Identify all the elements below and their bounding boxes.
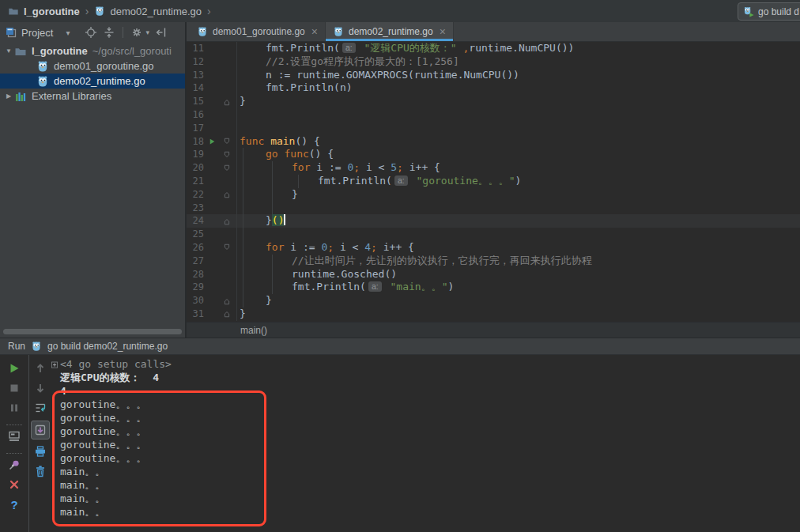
tree-item-demo01_goroutine-go[interactable]: demo01_goroutine.go [0,58,185,74]
line-number: 22 [187,188,204,202]
code-text: n := runtime.GOMAXPROCS(runtime.NumCPU()… [266,69,519,82]
pause-icon [8,402,21,414]
editor-gutter: 14 [187,81,237,95]
run-arrow-icon[interactable] [207,137,217,146]
expand-arrow-icon[interactable]: ▼ [3,47,14,55]
help-button[interactable]: ? [7,497,21,511]
print-button[interactable] [33,444,47,458]
code-line-17[interactable]: 17 [187,122,800,135]
code-line-26[interactable]: 26for i := 0; i < 4; i++ { [187,241,800,255]
hide-panel-icon[interactable] [155,26,168,39]
console-line: goroutine。。。 [51,424,800,438]
code-text: //2.设置go程序执行的最大的：[1,256] [266,55,459,69]
fold-start-icon[interactable] [222,164,232,173]
run-panel-title[interactable]: Run [8,341,25,352]
go-run-icon [743,6,754,17]
editor-gutter: 15 [187,95,237,108]
gear-icon[interactable] [130,26,143,39]
code-editor[interactable]: 11fmt.Println(a: "逻辑CPU的核数：" ,runtime.Nu… [187,42,800,322]
locate-icon[interactable] [85,26,97,39]
editor-tab-demo01_goroutine-go[interactable]: demo01_goroutine.go× [190,22,326,41]
code-line-15[interactable]: 15} [187,95,800,108]
code-line-11[interactable]: 11fmt.Println(a: "逻辑CPU的核数：" ,runtime.Nu… [187,42,800,55]
code-line-25[interactable]: 25 [187,228,800,241]
code-line-13[interactable]: 13n := runtime.GOMAXPROCS(runtime.NumCPU… [187,69,800,82]
expand-plus-icon[interactable] [51,360,60,369]
run-configuration-button[interactable]: go build d [738,2,800,21]
scroll-to-end-button[interactable] [31,421,50,440]
soft-wrap-button[interactable] [33,401,47,415]
toolbar-separator [123,27,123,38]
code-segment: } [266,214,272,226]
code-line-21[interactable]: 21fmt.Println(a: "goroutine。。。") [187,175,800,188]
code-segment: //让出时间片，先让别的协议执行，它执行完，再回来执行此协程 [292,255,592,266]
project-panel-title[interactable]: Project [21,27,53,39]
tab-close-icon[interactable]: × [440,26,446,37]
code-line-29[interactable]: 29fmt.Println(a: "main。。") [187,281,800,294]
fold-end-icon[interactable] [222,296,232,306]
code-segment: 4 [364,241,371,253]
close-button[interactable] [7,477,21,492]
console-line: <4 go setup calls> [51,357,800,371]
code-line-24[interactable]: 24}() [187,214,800,228]
down-arrow-button[interactable] [33,381,47,395]
editor-gutter: 25 [187,228,237,241]
tab-close-icon[interactable]: × [311,26,318,37]
console-output[interactable]: <4 go setup calls>逻辑CPU的核数： 44goroutine。… [51,355,800,532]
code-line-30[interactable]: 30} [187,294,800,308]
fold-end-icon[interactable] [222,97,232,107]
code-line-18[interactable]: 18func main() { [187,135,800,149]
code-segment: runtime.Gosched() [292,268,397,280]
console-line: main。。 [51,492,800,505]
code-line-19[interactable]: 19go func() { [187,148,800,161]
fold-start-icon[interactable] [222,243,232,252]
breadcrumb-item[interactable]: demo02_runtime.go [94,6,202,17]
code-line-31[interactable]: 31} [187,308,800,321]
run-configuration-label: go build d [758,6,799,17]
rerun-button[interactable] [7,361,21,375]
code-line-23[interactable]: 23 [187,202,800,215]
code-segment: () [272,214,285,226]
line-number: 28 [187,268,204,281]
breadcrumb-item[interactable]: l_goroutine [8,6,80,17]
code-line-14[interactable]: 14fmt.Println(n) [187,81,800,95]
stop-button[interactable] [7,381,21,395]
line-number: 11 [187,42,204,55]
fold-start-icon[interactable] [222,137,232,146]
code-line-28[interactable]: 28runtime.Gosched() [187,268,800,281]
line-number: 26 [187,241,204,255]
horizontal-scrollbar[interactable] [3,329,182,334]
tree-item-l_goroutine[interactable]: ▼l_goroutine~/go/src/l_gorouti [0,43,185,58]
editor-breadcrumb-item[interactable]: main() [240,325,267,336]
editor-tab-demo02_runtime-go[interactable]: demo02_runtime.go× [326,22,454,41]
show-console-button[interactable] [7,429,21,443]
up-arrow-button[interactable] [33,361,47,375]
tree-item-external-libraries[interactable]: ▶External Libraries [0,89,185,104]
code-line-16[interactable]: 16 [187,108,800,122]
collapse-arrow-icon[interactable]: ▶ [3,92,14,100]
pin-button[interactable] [7,458,21,472]
code-segment: ; [371,241,377,253]
code-segment: i < [334,241,364,253]
code-line-12[interactable]: 12//2.设置go程序执行的最大的：[1,256] [187,55,800,69]
console-line: 4 [51,384,800,398]
fold-end-icon[interactable] [222,190,232,199]
editor-gutter: 31 [187,308,237,321]
code-line-27[interactable]: 27//让出时间片，先让别的协议执行，它执行完，再回来执行此协程 [187,255,800,268]
clear-all-button[interactable] [33,464,47,478]
editor-gutter: 26 [187,241,237,255]
fold-end-icon[interactable] [222,217,232,226]
code-line-22[interactable]: 22} [187,188,800,202]
tree-item-label: demo02_runtime.go [54,75,145,87]
fold-start-icon[interactable] [222,150,232,160]
tree-item-demo02_runtime-go[interactable]: demo02_runtime.go [0,74,185,89]
editor-gutter: 23 [187,202,237,215]
fold-end-icon[interactable] [222,309,232,319]
go-file-icon [36,60,49,73]
run-panel-header: Run go build demo02_runtime.go [0,338,800,355]
chevron-down-icon[interactable]: ▾ [66,28,70,37]
pause-button[interactable] [7,401,21,415]
collapse-all-icon[interactable] [103,26,115,39]
code-segment: } [240,308,246,319]
code-line-20[interactable]: 20for i := 0; i < 5; i++ { [187,161,800,175]
